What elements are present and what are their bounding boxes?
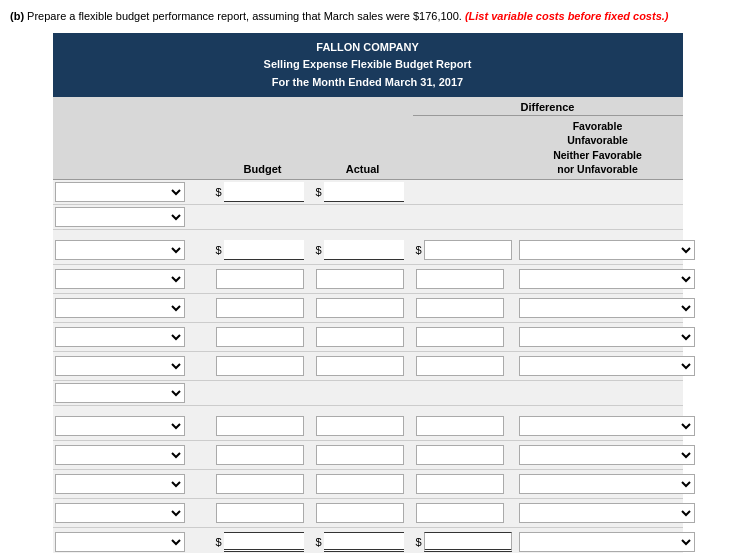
- budget-input[interactable]: [216, 503, 304, 523]
- row-label-select[interactable]: [55, 327, 185, 347]
- diff-select-cell: Favorable Unfavorable Neither Favorable …: [513, 441, 701, 469]
- budget-empty: [213, 215, 313, 219]
- diff-favorable-select[interactable]: Favorable Unfavorable Neither Favorable …: [519, 416, 695, 436]
- diff-amount-header: [413, 116, 513, 179]
- actual-input[interactable]: [324, 182, 404, 202]
- report-container: FALLON COMPANY Selling Expense Flexible …: [53, 33, 683, 554]
- budget-input[interactable]: [216, 445, 304, 465]
- diff-input[interactable]: [416, 474, 504, 494]
- actual-input-cell: [313, 325, 413, 349]
- row-label-cell: [53, 530, 213, 553]
- budget-input[interactable]: [216, 269, 304, 289]
- actual-total-input[interactable]: [324, 532, 404, 552]
- row-label-select[interactable]: [55, 383, 185, 403]
- diff-select-cell: Favorable Unfavorable Neither Favorable …: [513, 528, 701, 553]
- table-row: $ $: [53, 180, 683, 205]
- diff-input[interactable]: [416, 503, 504, 523]
- actual-input[interactable]: [316, 356, 404, 376]
- diff-favorable-select[interactable]: Favorable Unfavorable Neither Favorable …: [519, 327, 695, 347]
- row-label-select[interactable]: [55, 269, 185, 289]
- row-label-select[interactable]: [55, 445, 185, 465]
- dollar-sign: $: [416, 536, 422, 548]
- empty-cell: [213, 391, 313, 395]
- diff-input[interactable]: [416, 416, 504, 436]
- actual-empty: [313, 215, 413, 219]
- diff-amount-input[interactable]: [424, 240, 512, 260]
- favorable-label: Favorable: [515, 119, 681, 133]
- budget-input[interactable]: [224, 240, 304, 260]
- diff-input[interactable]: [416, 327, 504, 347]
- diff-input[interactable]: [416, 356, 504, 376]
- actual-input-cell: [313, 296, 413, 320]
- label-area-header: [53, 97, 213, 179]
- table-row-total: $ $ $ Favorable Unfavorable Neither Favo…: [53, 528, 683, 553]
- budget-input[interactable]: [216, 474, 304, 494]
- row-label-select[interactable]: [55, 182, 185, 202]
- diff-favorable-select[interactable]: Favorable Unfavorable Neither Favorable …: [519, 503, 695, 523]
- row-label-select[interactable]: [55, 207, 185, 227]
- row-label-select[interactable]: [55, 240, 185, 260]
- row-label-select[interactable]: [55, 532, 185, 552]
- actual-input[interactable]: [316, 503, 404, 523]
- diff-favorable-select[interactable]: Favorable Unfavorable Neither Favorable …: [519, 240, 695, 260]
- row-label-cell: [53, 414, 213, 438]
- table-row: Favorable Unfavorable Neither Favorable …: [53, 441, 683, 470]
- diff-select-cell: Favorable Unfavorable Neither Favorable …: [513, 499, 701, 527]
- budget-input[interactable]: [216, 327, 304, 347]
- diff-favorable-select[interactable]: Favorable Unfavorable Neither Favorable …: [519, 298, 695, 318]
- row-label-select[interactable]: [55, 298, 185, 318]
- budget-input[interactable]: [216, 356, 304, 376]
- actual-input[interactable]: [316, 327, 404, 347]
- budget-input[interactable]: [216, 416, 304, 436]
- dollar-sign: $: [416, 244, 422, 256]
- row-label-cell: [53, 325, 213, 349]
- budget-input[interactable]: [216, 298, 304, 318]
- diff-favorable-select[interactable]: Favorable Unfavorable Neither Favorable …: [519, 445, 695, 465]
- row-label-select[interactable]: [55, 416, 185, 436]
- diff-input[interactable]: [416, 298, 504, 318]
- diff-sub-headers: Favorable Unfavorable Neither Favorable …: [413, 116, 683, 179]
- actual-input-cell: [313, 414, 413, 438]
- actual-input[interactable]: [324, 240, 404, 260]
- row-label-select[interactable]: [55, 474, 185, 494]
- budget-total-input[interactable]: [224, 532, 304, 552]
- diff-select-cell: Favorable Unfavorable Neither Favorable …: [513, 323, 701, 351]
- actual-input[interactable]: [316, 298, 404, 318]
- row-label-cell: [53, 267, 213, 291]
- actual-input[interactable]: [316, 474, 404, 494]
- actual-column-header: Actual: [313, 159, 413, 179]
- intro-italic-text: (List variable costs before fixed costs.…: [465, 10, 669, 22]
- nor-label: nor Unfavorable: [515, 162, 681, 176]
- actual-input[interactable]: [316, 416, 404, 436]
- diff-select-cell: Favorable Unfavorable Neither Favorable …: [513, 412, 701, 440]
- actual-input-cell: [313, 354, 413, 378]
- actual-input[interactable]: [316, 269, 404, 289]
- report-title1: Selling Expense Flexible Budget Report: [57, 56, 679, 74]
- actual-input-cell: $: [313, 238, 413, 262]
- diff-input-cell: [413, 296, 513, 320]
- intro-text: (b) Prepare a flexible budget performanc…: [10, 8, 725, 25]
- diff-input[interactable]: [416, 445, 504, 465]
- table-row: Favorable Unfavorable Neither Favorable …: [53, 412, 683, 441]
- row-label-cell: [53, 180, 213, 204]
- diff-favorable-select[interactable]: Favorable Unfavorable Neither Favorable …: [519, 532, 695, 552]
- diff-favorable-header: Favorable Unfavorable Neither Favorable …: [513, 116, 683, 179]
- diff-favorable-select[interactable]: Favorable Unfavorable Neither Favorable …: [519, 356, 695, 376]
- budget-input[interactable]: [224, 182, 304, 202]
- row-label-cell: [53, 205, 213, 229]
- diff-favorable-select[interactable]: Favorable Unfavorable Neither Favorable …: [519, 269, 695, 289]
- dollar-sign: $: [216, 186, 222, 198]
- dollar-sign: $: [216, 244, 222, 256]
- diff-input-cell: [413, 443, 513, 467]
- diff-input-cell: [413, 267, 513, 291]
- budget-input-cell: [213, 414, 313, 438]
- row-label-select[interactable]: [55, 503, 185, 523]
- table-row: [53, 205, 683, 230]
- actual-input[interactable]: [316, 445, 404, 465]
- row-label-select[interactable]: [55, 356, 185, 376]
- diff-input-cell: [413, 414, 513, 438]
- diff-favorable-select[interactable]: Favorable Unfavorable Neither Favorable …: [519, 474, 695, 494]
- table-row: Favorable Unfavorable Neither Favorable …: [53, 470, 683, 499]
- diff-total-input[interactable]: [424, 532, 512, 552]
- diff-input[interactable]: [416, 269, 504, 289]
